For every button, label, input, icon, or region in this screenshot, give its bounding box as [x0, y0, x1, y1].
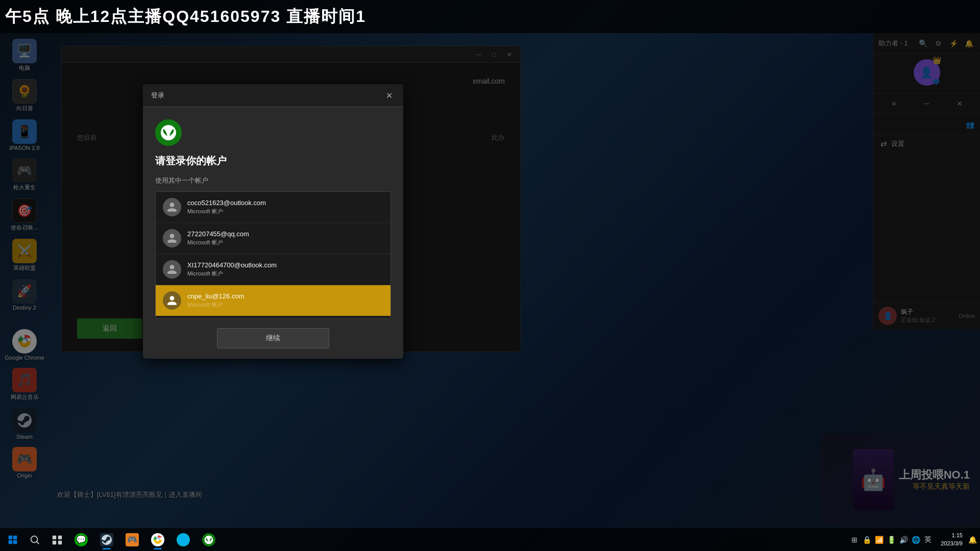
login-dialog: 登录 ✕ 请登录你的帐户 使用其中一个帐户 coco521623@outloo: [143, 84, 403, 359]
account-avatar-1: [163, 198, 181, 216]
taskbar-steam-app[interactable]: [94, 529, 119, 550]
account-info-1: coco521623@outlook.com Microsoft 帐户: [187, 199, 266, 215]
tray-icon2[interactable]: 🔒: [861, 529, 872, 550]
tray-xbox-icon[interactable]: ⊞: [849, 529, 860, 550]
account-item-5[interactable]: xulai.yao@foxmail.com Microsoft 帐户: [156, 316, 390, 319]
account-info-4: cnpe_liu@126.com Microsoft 帐户: [187, 292, 244, 309]
streaming-banner: 午5点 晚上12点主播QQ451605973 直播时间1: [0, 0, 980, 33]
account-avatar-3: [163, 260, 181, 279]
clock-date: 2023/3/9: [941, 540, 963, 547]
account-list-container: coco521623@outlook.com Microsoft 帐户 2722…: [156, 192, 390, 319]
svg-rect-8: [53, 535, 56, 539]
chat-app-icon: 💬: [75, 533, 88, 546]
taskbar-app6[interactable]: [197, 529, 221, 550]
app5-taskbar-icon: 🌐: [177, 533, 190, 546]
account-item-4[interactable]: cnpe_liu@126.com Microsoft 帐户: [156, 285, 390, 316]
banner-text: 午5点 晚上12点主播QQ451605973 直播时间1: [5, 6, 366, 28]
dialog-body: 请登录你的帐户 使用其中一个帐户 coco521623@outlook.com …: [143, 107, 403, 359]
search-taskbar-button[interactable]: [24, 529, 45, 550]
account-list: coco521623@outlook.com Microsoft 帐户 2722…: [155, 191, 391, 319]
origin-taskbar-icon: 🎮: [126, 533, 139, 546]
svg-line-7: [37, 542, 39, 544]
svg-rect-5: [13, 540, 17, 544]
tray-icon6[interactable]: 🌐: [910, 529, 921, 550]
svg-point-13: [156, 538, 159, 541]
account-email-4: cnpe_liu@126.com: [187, 292, 244, 300]
svg-rect-4: [9, 540, 13, 544]
xbox-logo: [155, 119, 182, 146]
taskbar-app3[interactable]: 🎮: [120, 529, 144, 550]
taskbar: 💬 🎮 🌐 ⊞ 🔒 📶 🔋 🔊 🌐 英 1:15 2023/3/9: [0, 528, 980, 551]
notification-button[interactable]: 🔔: [967, 529, 978, 550]
svg-rect-3: [13, 535, 17, 539]
xbox-taskbar-icon: [202, 533, 215, 546]
account-item-2[interactable]: 272207455@qq.com Microsoft 帐户: [156, 223, 390, 254]
system-tray: ⊞ 🔒 📶 🔋 🔊 🌐 英: [849, 529, 937, 550]
start-button[interactable]: [2, 529, 23, 550]
dialog-close-button[interactable]: ✕: [383, 89, 395, 102]
svg-rect-10: [53, 540, 56, 544]
account-info-2: 272207455@qq.com Microsoft 帐户: [187, 230, 249, 246]
chrome-taskbar-icon: [151, 533, 164, 546]
xbox-logo-row: [155, 119, 391, 146]
account-email-2: 272207455@qq.com: [187, 230, 249, 238]
account-type-4: Microsoft 帐户: [187, 301, 244, 309]
svg-rect-11: [58, 540, 62, 544]
account-type-2: Microsoft 帐户: [187, 239, 249, 246]
tray-icon3[interactable]: 📶: [873, 529, 885, 550]
account-item-1[interactable]: coco521623@outlook.com Microsoft 帐户: [156, 192, 390, 223]
account-email-3: XI17720464700@outlook.com: [187, 261, 277, 269]
taskbar-clock[interactable]: 1:15 2023/3/9: [937, 532, 967, 547]
tray-icon5[interactable]: 🔊: [898, 529, 909, 550]
dialog-subtitle: 使用其中一个帐户: [155, 176, 391, 185]
dialog-header-title: 登录: [151, 91, 164, 100]
account-type-1: Microsoft 帐户: [187, 208, 266, 215]
taskbar-app5[interactable]: 🌐: [171, 529, 195, 550]
account-info-3: XI17720464700@outlook.com Microsoft 帐户: [187, 261, 277, 278]
account-email-1: coco521623@outlook.com: [187, 199, 266, 207]
account-avatar-4: [163, 291, 181, 310]
dialog-main-title: 请登录你的帐户: [155, 154, 391, 168]
account-type-3: Microsoft 帐户: [187, 270, 277, 278]
task-view-button[interactable]: [46, 529, 68, 550]
account-item-3[interactable]: XI17720464700@outlook.com Microsoft 帐户: [156, 254, 390, 285]
taskbar-chrome-app[interactable]: [145, 529, 170, 550]
taskbar-chat-app[interactable]: 💬: [69, 529, 93, 550]
svg-point-6: [31, 536, 38, 542]
tray-lang[interactable]: 英: [922, 529, 934, 550]
svg-rect-2: [9, 535, 13, 539]
clock-time: 1:15: [952, 532, 963, 539]
account-avatar-2: [163, 229, 181, 247]
svg-rect-9: [58, 535, 62, 539]
continue-button[interactable]: 继续: [217, 328, 329, 348]
steam-taskbar-icon: [100, 533, 113, 546]
dialog-header: 登录 ✕: [143, 84, 403, 107]
tray-icon4[interactable]: 🔋: [886, 529, 897, 550]
